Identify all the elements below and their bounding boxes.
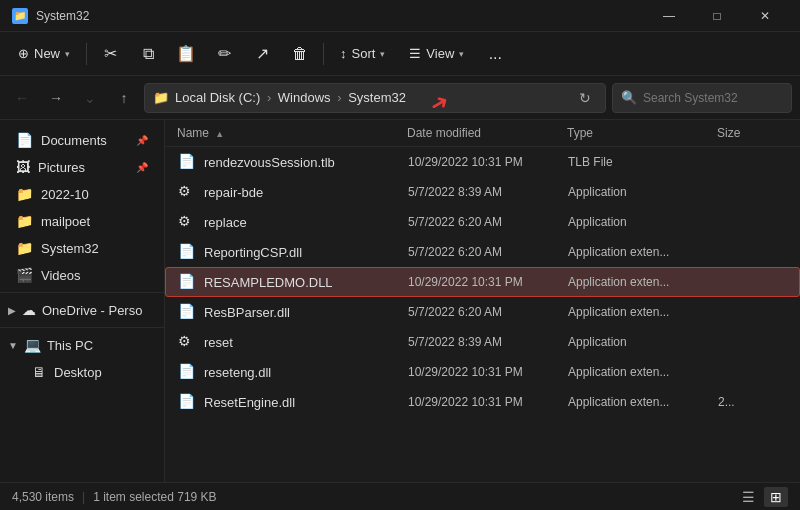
file-modified: 5/7/2022 6:20 AM	[408, 305, 568, 319]
details-view-button[interactable]: ⊞	[764, 487, 788, 507]
table-row[interactable]: 📄 ResetEngine.dll 10/29/2022 10:31 PM Ap…	[165, 387, 800, 417]
forward-button[interactable]: →	[42, 84, 70, 112]
list-view-button[interactable]: ☰	[736, 487, 760, 507]
close-button[interactable]: ✕	[742, 0, 788, 32]
sidebar-item-2022[interactable]: 📁 2022-10	[4, 181, 160, 207]
up-button[interactable]: ↑	[110, 84, 138, 112]
sort-label: Sort	[352, 46, 376, 61]
sidebar-item-mailpoet[interactable]: 📁 mailpoet	[4, 208, 160, 234]
sidebar-label-2022: 2022-10	[41, 187, 89, 202]
search-input[interactable]	[643, 91, 783, 105]
table-row[interactable]: 📄 RESAMPLEDMO.DLL 10/29/2022 10:31 PM Ap…	[165, 267, 800, 297]
file-rows-container: 📄 rendezvousSession.tlb 10/29/2022 10:31…	[165, 147, 800, 417]
cut-button[interactable]: ✂	[93, 37, 127, 71]
thispc-icon: 💻	[24, 337, 41, 353]
minimize-button[interactable]: —	[646, 0, 692, 32]
file-name: RESAMPLEDMO.DLL	[204, 275, 408, 290]
recent-button[interactable]: ⌄	[76, 84, 104, 112]
table-row[interactable]: ⚙ repair-bde 5/7/2022 8:39 AM Applicatio…	[165, 177, 800, 207]
table-row[interactable]: 📄 reseteng.dll 10/29/2022 10:31 PM Appli…	[165, 357, 800, 387]
expand-icon-onedrive: ▶	[8, 305, 16, 316]
table-row[interactable]: ⚙ replace 5/7/2022 6:20 AM Application	[165, 207, 800, 237]
col-header-modified: Date modified	[407, 126, 567, 140]
paste-button[interactable]: 📋	[169, 37, 203, 71]
sidebar-label-onedrive: OneDrive - Perso	[42, 303, 142, 318]
sidebar-divider-1	[0, 292, 164, 293]
file-list-header: Name ▲ Date modified Type Size	[165, 120, 800, 147]
file-modified: 10/29/2022 10:31 PM	[408, 365, 568, 379]
sidebar-item-desktop[interactable]: 🖥 Desktop	[4, 359, 160, 385]
table-row[interactable]: 📄 ReportingCSP.dll 5/7/2022 6:20 AM Appl…	[165, 237, 800, 267]
sidebar-label-mailpoet: mailpoet	[41, 214, 90, 229]
sidebar-item-pictures[interactable]: 🖼 Pictures 📌	[4, 154, 160, 180]
search-box[interactable]: 🔍	[612, 83, 792, 113]
file-name: reseteng.dll	[204, 365, 408, 380]
folder-system32-icon: 📁	[16, 240, 33, 256]
col-header-name: Name ▲	[177, 126, 407, 140]
sort-indicator: ▲	[215, 129, 224, 139]
title-bar-controls: — □ ✕	[646, 0, 788, 32]
rename-button[interactable]: ✏	[207, 37, 241, 71]
sidebar-label-system32: System32	[41, 241, 99, 256]
sidebar-item-videos[interactable]: 🎬 Videos	[4, 262, 160, 288]
file-type: Application exten...	[568, 245, 718, 259]
expand-icon-thispc: ▼	[8, 340, 18, 351]
table-row[interactable]: 📄 rendezvousSession.tlb 10/29/2022 10:31…	[165, 147, 800, 177]
file-type: TLB File	[568, 155, 718, 169]
refresh-button[interactable]: ↻	[573, 86, 597, 110]
file-icon: 📄	[178, 153, 196, 171]
sidebar-label-desktop: Desktop	[54, 365, 102, 380]
sort-button[interactable]: ↕ Sort ▾	[330, 37, 395, 71]
new-icon: ⊕	[18, 46, 29, 61]
file-type: Application exten...	[568, 365, 718, 379]
sidebar-label-documents: Documents	[41, 133, 107, 148]
file-modified: 5/7/2022 8:39 AM	[408, 335, 568, 349]
pin-icon: 📌	[136, 135, 148, 146]
share-button[interactable]: ↗	[245, 37, 279, 71]
window-title: System32	[36, 9, 89, 23]
sidebar-label-thispc: This PC	[47, 338, 93, 353]
status-bar: 4,530 items | 1 item selected 719 KB ☰ ⊞	[0, 482, 800, 510]
back-button[interactable]: ←	[8, 84, 36, 112]
address-bar: ← → ⌄ ↑ 📁 Local Disk (C:) › Windows › Sy…	[0, 76, 800, 120]
delete-button[interactable]: 🗑	[283, 37, 317, 71]
file-name: repair-bde	[204, 185, 408, 200]
sidebar-item-system32[interactable]: 📁 System32	[4, 235, 160, 261]
file-name: replace	[204, 215, 408, 230]
view-chevron-icon: ▾	[459, 49, 464, 59]
address-field[interactable]: 📁 Local Disk (C:) › Windows › System32 ↻	[144, 83, 606, 113]
sidebar: 📄 Documents 📌 🖼 Pictures 📌 📁 2022-10 📁 m…	[0, 120, 165, 482]
sidebar-item-documents[interactable]: 📄 Documents 📌	[4, 127, 160, 153]
file-icon: ⚙	[178, 183, 196, 201]
file-name: ResBParser.dll	[204, 305, 408, 320]
table-row[interactable]: 📄 ResBParser.dll 5/7/2022 6:20 AM Applic…	[165, 297, 800, 327]
file-icon: 📄	[178, 393, 196, 411]
sidebar-section-onedrive[interactable]: ▶ ☁ OneDrive - Perso	[0, 297, 164, 323]
file-type: Application exten...	[568, 395, 718, 409]
toolbar: ⊕ New ▾ ✂ ⧉ 📋 ✏ ↗ 🗑 ↕ Sort ▾ ☰ View ▾ ..…	[0, 32, 800, 76]
view-label: View	[426, 46, 454, 61]
file-modified: 10/29/2022 10:31 PM	[408, 275, 568, 289]
more-button[interactable]: ...	[478, 37, 512, 71]
sidebar-label-videos: Videos	[41, 268, 81, 283]
view-button[interactable]: ☰ View ▾	[399, 37, 474, 71]
sidebar-label-pictures: Pictures	[38, 160, 85, 175]
new-button[interactable]: ⊕ New ▾	[8, 37, 80, 71]
file-modified: 10/29/2022 10:31 PM	[408, 395, 568, 409]
sort-chevron-icon: ▾	[380, 49, 385, 59]
copy-button[interactable]: ⧉	[131, 37, 165, 71]
col-header-type: Type	[567, 126, 717, 140]
app-icon: 📁	[12, 8, 28, 24]
table-row[interactable]: ⚙ reset 5/7/2022 8:39 AM Application	[165, 327, 800, 357]
file-type: Application	[568, 215, 718, 229]
file-icon: 📄	[178, 363, 196, 381]
file-type: Application exten...	[568, 275, 718, 289]
col-header-size: Size	[717, 126, 788, 140]
sidebar-section-thispc[interactable]: ▼ 💻 This PC	[0, 332, 164, 358]
breadcrumb-windows: Windows	[278, 90, 331, 105]
title-bar: 📁 System32 — □ ✕	[0, 0, 800, 32]
file-icon: 📄	[178, 273, 196, 291]
maximize-button[interactable]: □	[694, 0, 740, 32]
file-list: Name ▲ Date modified Type Size 📄 rendezv…	[165, 120, 800, 482]
status-bar-right: ☰ ⊞	[736, 487, 788, 507]
